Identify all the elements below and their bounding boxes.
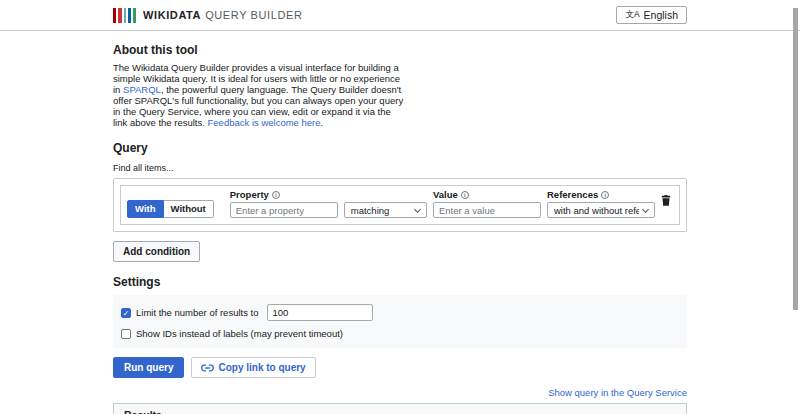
- show-ids-checkbox[interactable]: [121, 329, 131, 339]
- copy-link-button[interactable]: Copy link to query: [191, 357, 315, 378]
- query-title: Query: [113, 141, 687, 155]
- condition-row: With Without Property i matching Value i: [120, 185, 680, 225]
- sparql-link[interactable]: SPARQL: [123, 84, 161, 95]
- show-ids-label: Show IDs instead of labels (may prevent …: [136, 328, 343, 339]
- value-info-icon[interactable]: i: [461, 191, 469, 199]
- matching-dropdown-value: matching: [351, 205, 390, 216]
- brand-text: WIKIDATAQUERY BUILDER: [143, 9, 302, 21]
- header: WIKIDATAQUERY BUILDER 文A English: [0, 0, 800, 31]
- service-link-row: Show query in the Query Service: [113, 387, 687, 398]
- about-paragraph: The Wikidata Query Builder provides a vi…: [113, 62, 405, 128]
- limit-results-checkbox[interactable]: ✓: [121, 308, 131, 318]
- limit-results-label: Limit the number of results to: [136, 307, 259, 318]
- references-dropdown[interactable]: with and without references: [547, 202, 655, 218]
- about-text-end: .: [321, 117, 324, 128]
- settings-panel: ✓ Limit the number of results to Show ID…: [113, 295, 687, 348]
- brand-wikidata: WIKIDATA: [143, 9, 201, 21]
- condition-card: With Without Property i matching Value i: [113, 178, 687, 232]
- with-without-toggle: With Without: [127, 200, 214, 218]
- show-ids-row: Show IDs instead of labels (may prevent …: [121, 328, 679, 339]
- chevron-down-icon: [642, 205, 649, 212]
- language-icon: 文A: [625, 9, 639, 21]
- about-title: About this tool: [113, 43, 687, 57]
- property-info-icon[interactable]: i: [272, 191, 280, 199]
- settings-title: Settings: [113, 275, 687, 289]
- limit-results-input[interactable]: [267, 304, 373, 321]
- find-all-items-label: Find all items...: [113, 163, 687, 173]
- actions-row: Run query Copy link to query: [113, 357, 687, 378]
- brand-product: QUERY BUILDER: [205, 9, 302, 21]
- link-icon: [201, 364, 214, 372]
- chevron-down-icon: [414, 205, 421, 212]
- language-button-label: English: [644, 9, 678, 21]
- property-field: Property i: [230, 190, 338, 218]
- property-label: Property: [230, 190, 269, 199]
- wikidata-logo[interactable]: WIKIDATAQUERY BUILDER: [113, 8, 302, 23]
- copy-link-button-label: Copy link to query: [218, 362, 305, 373]
- references-field: References i with and without references: [547, 190, 655, 218]
- value-label: Value: [433, 190, 458, 199]
- references-dropdown-value: with and without references: [554, 205, 639, 216]
- references-info-icon[interactable]: i: [601, 191, 609, 199]
- matching-dropdown[interactable]: matching: [344, 202, 427, 218]
- scrollbar[interactable]: [793, 8, 798, 310]
- delete-condition-trash-icon[interactable]: [661, 192, 671, 210]
- add-condition-button[interactable]: Add condition: [113, 241, 200, 262]
- feedback-link[interactable]: Feedback is welcome here: [208, 117, 321, 128]
- toggle-without-button[interactable]: Without: [164, 200, 214, 218]
- limit-results-row: ✓ Limit the number of results to: [121, 304, 679, 321]
- show-query-service-link[interactable]: Show query in the Query Service: [548, 387, 687, 398]
- references-label: References: [547, 190, 598, 199]
- language-button[interactable]: 文A English: [616, 6, 687, 24]
- toggle-with-button[interactable]: With: [127, 200, 164, 218]
- main-content: About this tool The Wikidata Query Build…: [113, 43, 687, 414]
- run-query-button[interactable]: Run query: [113, 357, 184, 378]
- results-title: Results: [114, 404, 686, 414]
- property-input[interactable]: [230, 202, 338, 218]
- value-field: Value i: [433, 190, 541, 218]
- value-input[interactable]: [433, 202, 541, 218]
- wikidata-bars-icon: [113, 8, 136, 23]
- results-section: Results Results will be displayed here: [113, 403, 687, 414]
